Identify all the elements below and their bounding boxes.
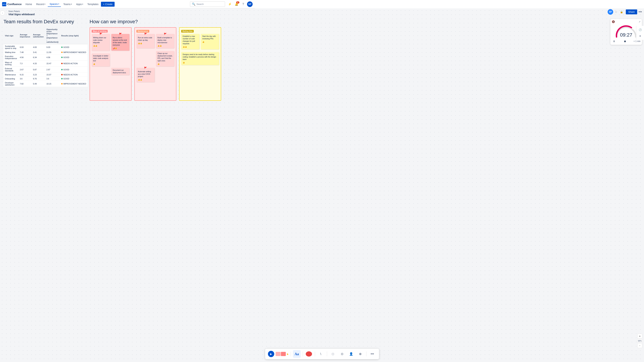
note-deployment-scripts[interactable]: Clean up our deployment scripts. PPL can… (156, 51, 174, 66)
top-nav: Confluence Home Recent ▾ Spaces ▾ Teams … (0, 0, 255, 8)
search-input[interactable]: 🔍 Search (190, 1, 225, 7)
column-maintenance: Maintenance 🚩 Run an extra code clean up… (134, 27, 176, 101)
note-row-3: Establish a max number of code changes f… (181, 34, 219, 51)
teams-chevron-icon: ▾ (71, 3, 72, 5)
thumbs-8: 👍👍 (183, 46, 198, 48)
cell-opportunity: 9.03 (45, 44, 60, 50)
cell-opportunity: 3.6 (45, 77, 60, 81)
cell-vital-sign: Sustainable speed to ship (4, 44, 18, 50)
status-label: GOOD (63, 68, 69, 71)
avatar[interactable]: SP (247, 1, 253, 7)
confluence-logo-icon (2, 2, 6, 6)
cell-avg-satisfaction: 6.34 (32, 54, 45, 60)
cell-vital-sign: Maintenance (4, 73, 18, 77)
recent-chevron-icon: ▾ (44, 3, 45, 5)
cell-vital-sign: Waiting time (4, 50, 18, 54)
cell-vital-sign: Execution independence (4, 54, 18, 60)
nav-logo[interactable]: Confluence (2, 2, 22, 6)
cell-opportunity: 2.67 (45, 67, 60, 73)
vital-signs-table: Vital sign Average importance Average sa… (4, 27, 88, 87)
note-designs-ready[interactable]: Designs need to be ready before starting… (181, 52, 219, 65)
nav-templates[interactable]: Templates (86, 2, 100, 7)
table-row: Execution independence 4.56 6.34 4.56 GO… (4, 54, 88, 60)
notification-badge: 9+ (236, 1, 239, 3)
thumbs-1: 👍👍 (93, 44, 108, 47)
col-opportunity: Opportunity score (importance + (importa… (45, 27, 60, 44)
cell-vital-sign: External standards (4, 67, 18, 73)
cell-opportunity: 11.55 (45, 50, 60, 54)
nav-spaces[interactable]: Spaces ▾ (48, 1, 61, 7)
create-button[interactable]: + Create (101, 2, 114, 7)
note-cleanup-day[interactable]: 🚩 Run an extra code clean up day 👍👍 (136, 34, 155, 48)
integrations-icon[interactable]: ⚡ (227, 1, 233, 7)
flag-icon-2: 🚩 (119, 32, 122, 36)
note-static-analysis[interactable]: Investigate in better static code analys… (92, 53, 110, 66)
note-demo-session[interactable]: 🚩 Run a demo session at the end of the w… (111, 34, 130, 51)
status-dot-icon (61, 78, 63, 79)
status-dot-icon (61, 83, 63, 84)
note-deployment-docs[interactable]: Document our deployment docs (111, 68, 130, 75)
status-dot-icon (61, 51, 63, 53)
flag-icon-5: 🚩 (144, 66, 147, 70)
note-review-prs[interactable]: Start the day with reviewing PRs 👍 (201, 34, 219, 49)
notifications-icon[interactable]: 🔔 9+ (234, 1, 239, 7)
col-vital-sign: Vital sign (4, 27, 18, 44)
cell-avg-satisfaction: 3.41 (32, 50, 45, 54)
nav-icons: ⚡ 🔔 9+ ? SP (227, 1, 253, 7)
sidebar-toggle[interactable]: › (0, 10, 5, 15)
help-icon[interactable]: ? (240, 1, 246, 7)
note-cicd[interactable]: 🚩 Automate setting up a new CI/CD projec… (136, 68, 155, 82)
table-row: Onboarding 3.6 9.76 3.6 GOOD (4, 77, 88, 81)
cell-avg-importance: 7.48 (18, 50, 32, 54)
thumbs-4: 👍👍 (138, 42, 153, 44)
note-row-1: 🚩 Writing down our code review etiquette… (92, 34, 130, 52)
col-avg-satisfaction: Average satisfaction (32, 27, 45, 44)
cell-status: NEEDS ACTION (60, 73, 88, 77)
status-label: GOOD (63, 78, 69, 80)
col-avg-importance: Average importance (18, 27, 32, 44)
nav-recent[interactable]: Recent ▾ (34, 2, 47, 7)
right-section-title: How can we improve? (90, 19, 255, 24)
cell-vital-sign: Developer satisfaction (4, 81, 18, 87)
nav-teams[interactable]: Teams ▾ (62, 2, 74, 7)
column-ways-of-working: Ways of working 🚩 Writing down our code … (90, 27, 132, 101)
cell-avg-importance: 4.56 (18, 54, 32, 60)
note-pr-changes[interactable]: Establish a max number of code changes f… (181, 34, 200, 49)
thumbs-5: 👍👍 (158, 44, 173, 47)
thumbs-6: 👍 (158, 63, 173, 65)
table-row: Maintenance 9.15 3.23 15.07 NEEDS ACTION (4, 73, 88, 77)
note-code-review[interactable]: 🚩 Writing down our code review etiquette… (92, 34, 110, 51)
cell-avg-importance: 7.82 (18, 81, 32, 87)
status-label: NEEDS ACTION (63, 74, 78, 76)
cell-status: IMPROVEMENT NEEDED (60, 50, 88, 54)
cell-avg-importance: 9.15 (18, 73, 32, 77)
status-dot-icon (61, 63, 63, 64)
right-section: How can we improve? Ways of working 🚩 Wr… (90, 19, 255, 101)
status-label: IMPROVEMENT NEEDED (63, 51, 86, 53)
main-canvas: Team results from DevEx survey Vital sig… (0, 8, 255, 143)
cell-avg-satisfaction: 4.33 (32, 60, 45, 67)
table-row: Developer satisfaction 7.82 5.49 10.15 I… (4, 81, 88, 87)
thumbs-7: 👍👍 (138, 78, 153, 81)
cell-avg-satisfaction: 5.49 (32, 81, 45, 87)
cell-avg-satisfaction: 3.23 (32, 73, 45, 77)
thumbs-10: 👍 (183, 61, 218, 64)
content-wrapper: Team results from DevEx survey Vital sig… (4, 19, 255, 143)
status-label: IMPROVEMENT NEEDED (63, 83, 86, 85)
status-dot-icon (61, 46, 63, 48)
nav-apps[interactable]: Apps ▾ (74, 2, 85, 7)
note-row-2: 🚩 Run an extra code clean up day 👍👍 🚩 Bu… (136, 34, 174, 50)
note-template-microservice[interactable]: 🚩 Build a template to deploy new microse… (156, 34, 174, 48)
cell-opportunity: 10.15 (45, 81, 60, 87)
search-icon: 🔍 (192, 2, 196, 6)
cell-avg-importance: 3.6 (18, 77, 32, 81)
nav-home[interactable]: Home (24, 2, 34, 7)
status-label: GOOD (63, 56, 69, 58)
table-row: Waiting time 7.48 3.41 11.55 IMPROVEMENT… (4, 50, 88, 54)
cell-opportunity: 15.47 (45, 60, 60, 67)
status-dot-icon (61, 74, 63, 75)
cell-status: GOOD (60, 54, 88, 60)
columns-wrapper: Ways of working 🚩 Writing down our code … (90, 27, 255, 101)
table-row: External standards 2.67 5.87 2.67 GOOD (4, 67, 88, 73)
left-section-title: Team results from DevEx survey (4, 19, 84, 24)
